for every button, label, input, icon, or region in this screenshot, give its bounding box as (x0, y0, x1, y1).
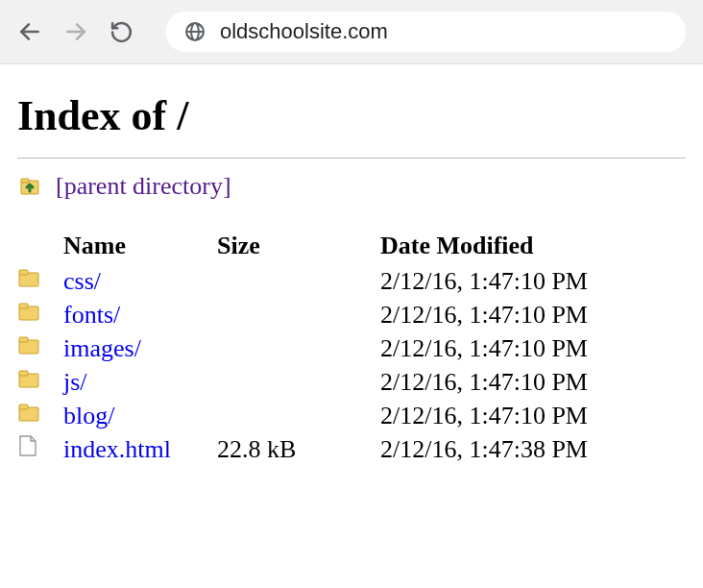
entry-date: 2/12/16, 1:47:10 PM (380, 331, 649, 365)
table-row: images/2/12/16, 1:47:10 PM (17, 331, 649, 365)
header-date: Date Modified (380, 228, 649, 264)
entry-link[interactable]: fonts/ (63, 301, 120, 329)
entry-link[interactable]: images/ (63, 334, 141, 362)
folder-icon (17, 331, 63, 365)
svg-rect-13 (19, 404, 28, 409)
entry-link[interactable]: blog/ (63, 402, 114, 429)
entry-size (217, 399, 380, 432)
folder-icon (17, 365, 63, 399)
entry-link[interactable]: js/ (63, 368, 87, 396)
entry-size (217, 365, 380, 399)
entry-size (217, 264, 380, 298)
url-text: oldschoolsite.com (220, 19, 388, 44)
file-icon (17, 432, 63, 466)
reload-button[interactable] (109, 20, 133, 44)
folder-icon (17, 399, 63, 432)
header-icon (17, 228, 63, 264)
folder-icon (17, 298, 63, 331)
table-row: fonts/2/12/16, 1:47:10 PM (17, 298, 649, 331)
header-size: Size (217, 228, 380, 264)
svg-rect-5 (19, 270, 28, 275)
entry-date: 2/12/16, 1:47:10 PM (380, 264, 649, 298)
entry-link[interactable]: css/ (63, 267, 101, 295)
browser-toolbar: oldschoolsite.com (0, 0, 703, 64)
table-row: blog/2/12/16, 1:47:10 PM (17, 399, 649, 432)
entry-date: 2/12/16, 1:47:10 PM (380, 365, 649, 399)
header-name: Name (63, 228, 217, 264)
svg-rect-9 (19, 337, 28, 342)
entry-size (217, 298, 380, 331)
parent-directory-row: [parent directory] (17, 172, 686, 201)
entry-size: 22.8 kB (217, 432, 380, 466)
page-content: Index of / [parent directory] Name Size … (0, 64, 703, 466)
page-title: Index of / (17, 91, 686, 159)
forward-button[interactable] (63, 19, 88, 44)
table-row: index.html22.8 kB2/12/16, 1:47:38 PM (17, 432, 649, 466)
globe-icon (183, 20, 206, 43)
address-bar[interactable]: oldschoolsite.com (166, 12, 686, 52)
entry-date: 2/12/16, 1:47:38 PM (380, 432, 649, 466)
entry-size (217, 331, 380, 365)
entry-link[interactable]: index.html (63, 435, 171, 463)
folder-icon (17, 264, 63, 298)
parent-directory-link[interactable]: [parent directory] (56, 172, 231, 201)
directory-table: Name Size Date Modified css/2/12/16, 1:4… (17, 228, 649, 466)
table-header-row: Name Size Date Modified (17, 228, 649, 264)
svg-rect-7 (19, 304, 28, 308)
entry-date: 2/12/16, 1:47:10 PM (380, 399, 649, 432)
table-row: js/2/12/16, 1:47:10 PM (17, 365, 649, 399)
svg-rect-11 (19, 371, 28, 376)
svg-rect-3 (21, 179, 29, 183)
up-arrow-icon (19, 175, 46, 198)
table-row: css/2/12/16, 1:47:10 PM (17, 264, 649, 298)
back-button[interactable] (17, 19, 42, 44)
entry-date: 2/12/16, 1:47:10 PM (380, 298, 649, 331)
